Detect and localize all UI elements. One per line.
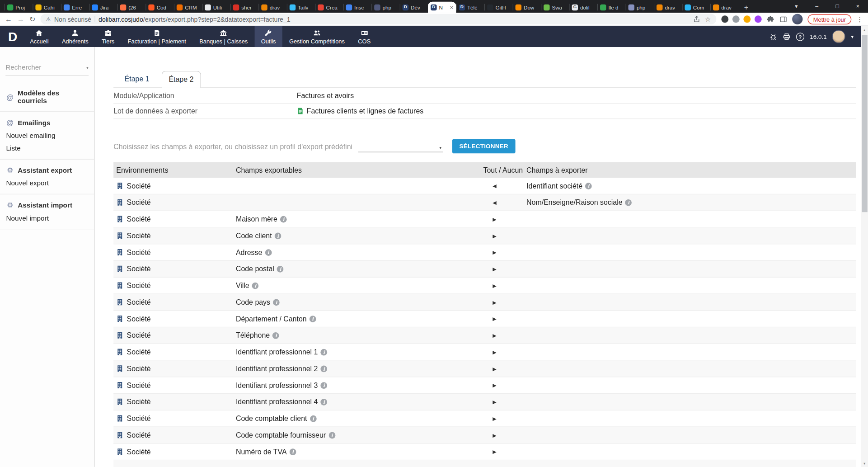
sidebar-item-nouvel-import[interactable]: Nouvel import [6, 214, 89, 222]
move-left-arrow-icon[interactable]: ◀ [493, 183, 496, 189]
menu-item-gestion-comp-titions[interactable]: Gestion Compétitions [282, 26, 351, 47]
browser-tab[interactable]: DTélé [456, 2, 484, 13]
browser-tab[interactable]: Erre [61, 2, 89, 13]
move-right-arrow-icon[interactable]: ▶ [493, 382, 496, 388]
move-right-arrow-icon[interactable]: ▶ [493, 250, 496, 255]
browser-tab[interactable]: Tailv [287, 2, 315, 13]
browser-tab[interactable]: Cod [145, 2, 174, 13]
window-maximize-button[interactable]: □ [827, 0, 847, 13]
bookmark-star-icon[interactable]: ☆ [705, 16, 711, 23]
tab-etape-2[interactable]: Étape 2 [162, 71, 201, 88]
browser-tab[interactable]: Insc [343, 2, 371, 13]
sidebar-section-assistant-export[interactable]: ⚙Assistant export [6, 166, 89, 175]
info-icon[interactable]: i [310, 415, 317, 422]
browser-tab[interactable]: CRM [174, 2, 202, 13]
move-right-arrow-icon[interactable]: ▶ [493, 366, 496, 371]
info-icon[interactable]: i [328, 432, 335, 439]
info-icon[interactable]: i [310, 316, 316, 322]
address-bar[interactable]: ⚠ Non sécurisé dolibarr.cosjudo/exports/… [40, 14, 716, 24]
info-icon[interactable]: i [290, 448, 296, 455]
browser-tab[interactable]: Ile d [597, 2, 625, 13]
sidebar-section-mod-les-des-courriels[interactable]: @Modèles des courriels [6, 89, 89, 104]
window-minimize-button[interactable]: – [807, 0, 827, 13]
info-icon[interactable]: i [272, 332, 279, 339]
sidebar-item-nouvel-emailing[interactable]: Nouvel emailing [6, 132, 89, 140]
tab-etape-1[interactable]: Étape 1 [118, 71, 156, 88]
browser-tab[interactable]: drav [710, 2, 738, 13]
move-right-arrow-icon[interactable]: ▶ [493, 283, 496, 288]
browser-tab[interactable]: Jira [89, 2, 117, 13]
sidebar-item-liste[interactable]: Liste [6, 145, 89, 152]
move-right-arrow-icon[interactable]: ▶ [493, 333, 496, 338]
info-icon[interactable]: i [321, 349, 328, 355]
browser-tab[interactable]: php [371, 2, 399, 13]
menu-item-tiers[interactable]: Tiers [95, 26, 121, 47]
printer-icon[interactable] [783, 33, 790, 40]
new-tab-button[interactable]: + [740, 2, 752, 13]
scrollbar-thumb[interactable] [862, 35, 867, 212]
move-right-arrow-icon[interactable]: ▶ [493, 399, 496, 405]
user-avatar[interactable] [832, 30, 845, 43]
sidebar-item-nouvel-export[interactable]: Nouvel export [6, 179, 89, 187]
move-left-arrow-icon[interactable]: ◀ [493, 200, 496, 205]
menu-item-facturation-paiement[interactable]: Facturation | Paiement [121, 26, 193, 47]
back-button[interactable]: ← [5, 15, 12, 23]
select-button[interactable]: SÉLECTIONNER [452, 139, 516, 154]
col-tout-aucun[interactable]: Tout / Aucun [483, 166, 524, 174]
extension-2-icon[interactable] [732, 15, 740, 23]
move-right-arrow-icon[interactable]: ▶ [493, 415, 496, 421]
info-icon[interactable]: i [277, 265, 284, 272]
browser-tab[interactable]: Com [682, 2, 710, 13]
menu-item-outils[interactable]: Outils [254, 26, 282, 47]
info-icon[interactable]: i [252, 282, 259, 289]
move-right-arrow-icon[interactable]: ▶ [493, 233, 496, 238]
browser-tab[interactable]: Gdolil [569, 2, 597, 13]
export-profile-select[interactable]: ▾ [358, 141, 442, 152]
info-icon[interactable]: i [321, 398, 328, 405]
extension-4-icon[interactable] [755, 15, 762, 23]
browser-tab[interactable]: Cahi [33, 2, 61, 13]
browser-tab[interactable]: Crea [315, 2, 343, 13]
bug-icon[interactable] [769, 33, 777, 40]
update-button[interactable]: Mettre à jour [808, 14, 852, 24]
move-right-arrow-icon[interactable]: ▶ [493, 299, 496, 305]
browser-tab[interactable]: DDév [400, 2, 428, 13]
extensions-puzzle-icon[interactable] [767, 15, 774, 23]
info-icon[interactable]: i [275, 232, 282, 239]
menu-item-banques-caisses[interactable]: Banques | Caisses [193, 26, 254, 47]
scroll-up-arrow[interactable]: ▴ [861, 26, 868, 33]
browser-tab[interactable]: Utili [202, 2, 230, 13]
tab-close-icon[interactable]: × [450, 4, 453, 10]
info-icon[interactable]: i [585, 183, 592, 189]
browser-tab[interactable]: Dow [512, 2, 540, 13]
extension-1-icon[interactable] [721, 15, 728, 23]
side-panel-icon[interactable] [779, 15, 787, 23]
browser-tab[interactable]: sher [230, 2, 258, 13]
reload-button[interactable]: ↻ [29, 15, 35, 23]
window-close-button[interactable]: × [848, 0, 868, 13]
user-menu-chevron-icon[interactable]: ▾ [851, 34, 854, 39]
info-icon[interactable]: i [321, 365, 328, 372]
move-right-arrow-icon[interactable]: ▶ [493, 432, 496, 438]
move-right-arrow-icon[interactable]: ▶ [493, 266, 496, 272]
browser-tab[interactable]: GitH [484, 2, 512, 13]
browser-tab[interactable]: Proj [5, 2, 33, 13]
sidebar-section-emailings[interactable]: @Emailings [6, 118, 89, 127]
extension-3-icon[interactable] [743, 15, 751, 23]
move-right-arrow-icon[interactable]: ▶ [493, 216, 496, 222]
menu-item-cos[interactable]: COS [352, 26, 377, 47]
info-icon[interactable]: i [280, 216, 287, 222]
sidebar-search-select[interactable]: Rechercher ▾ [5, 64, 89, 76]
browser-tab[interactable]: php [625, 2, 653, 13]
info-icon[interactable]: i [321, 382, 328, 389]
share-icon[interactable] [693, 15, 700, 23]
vertical-scrollbar[interactable]: ▴ ▾ [861, 26, 868, 467]
move-right-arrow-icon[interactable]: ▶ [493, 449, 496, 454]
browser-tab[interactable]: (26 [117, 2, 145, 13]
move-right-arrow-icon[interactable]: ▶ [493, 349, 496, 354]
sidebar-section-assistant-import[interactable]: ⚙Assistant import [6, 201, 89, 209]
info-icon[interactable]: i [625, 199, 632, 206]
menu-item-accueil[interactable]: Accueil [23, 26, 55, 47]
info-icon[interactable]: i [273, 299, 280, 306]
browser-menu-icon[interactable]: ⋮ [856, 15, 863, 23]
